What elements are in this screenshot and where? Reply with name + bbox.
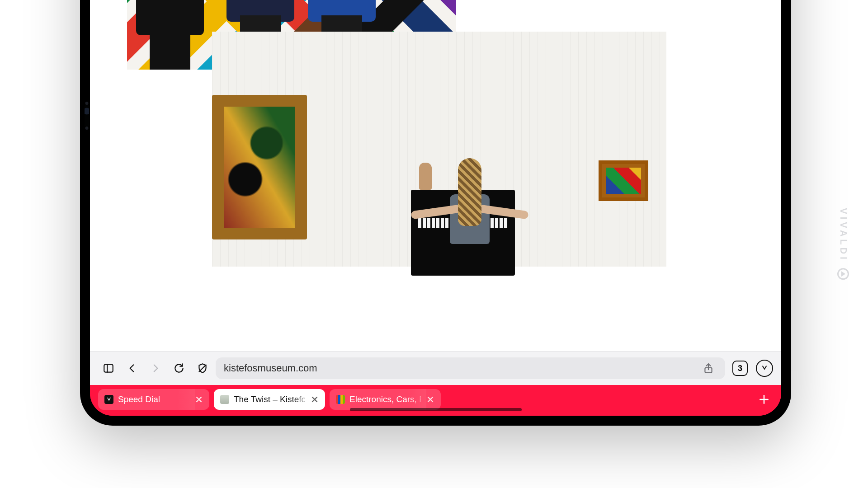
vivaldi-menu-button[interactable]	[756, 360, 773, 377]
watermark-text: VIVALDI	[838, 208, 849, 262]
tab-ebay[interactable]: Electronics, Cars, Fashion	[330, 389, 441, 410]
tablet-bezel: kistefosmuseum.com 3 Speed Dial	[80, 0, 791, 426]
browser-toolbar: kistefosmuseum.com 3	[90, 351, 781, 385]
tab-strip: Speed Dial The Twist – Kistefos Electron…	[90, 385, 781, 416]
painting-mini	[599, 160, 648, 201]
tab-speed-dial[interactable]: Speed Dial	[98, 389, 209, 410]
vivaldi-watermark: VIVALDI	[837, 208, 849, 280]
vivaldi-favicon-icon	[104, 395, 113, 404]
panels-button[interactable]	[98, 358, 119, 379]
tab-kistefos[interactable]: The Twist – Kistefos	[214, 389, 325, 410]
gallery-photo-piano	[212, 32, 666, 267]
ebay-favicon-icon	[336, 395, 345, 404]
tracker-shield-icon[interactable]	[192, 358, 213, 379]
forward-button[interactable]	[145, 358, 166, 379]
painting-large	[212, 95, 307, 239]
tab-close-button[interactable]	[310, 394, 320, 404]
tab-count-value: 3	[738, 364, 742, 373]
new-tab-button[interactable]	[755, 390, 773, 408]
address-bar[interactable]: kistefosmuseum.com	[216, 357, 725, 379]
address-url: kistefosmuseum.com	[224, 362, 317, 374]
reload-button[interactable]	[169, 358, 189, 379]
pianist-figure	[447, 158, 492, 262]
photographer-figure	[136, 0, 204, 70]
site-favicon-icon	[220, 395, 229, 404]
svg-rect-0	[104, 364, 113, 372]
device-camera	[85, 104, 89, 127]
device-screen: kistefosmuseum.com 3 Speed Dial	[90, 0, 781, 416]
tab-count-button[interactable]: 3	[732, 361, 748, 376]
webpage-viewport[interactable]	[90, 0, 781, 351]
tab-close-button[interactable]	[425, 394, 435, 404]
share-button[interactable]	[698, 358, 719, 379]
tab-label: Speed Dial	[118, 394, 189, 404]
tab-close-button[interactable]	[194, 394, 204, 404]
back-button[interactable]	[122, 358, 142, 379]
tab-label: The Twist – Kistefos	[234, 394, 305, 404]
vivaldi-logo-icon	[837, 268, 849, 280]
tab-label: Electronics, Cars, Fashion	[349, 394, 421, 404]
home-indicator[interactable]	[350, 408, 522, 411]
